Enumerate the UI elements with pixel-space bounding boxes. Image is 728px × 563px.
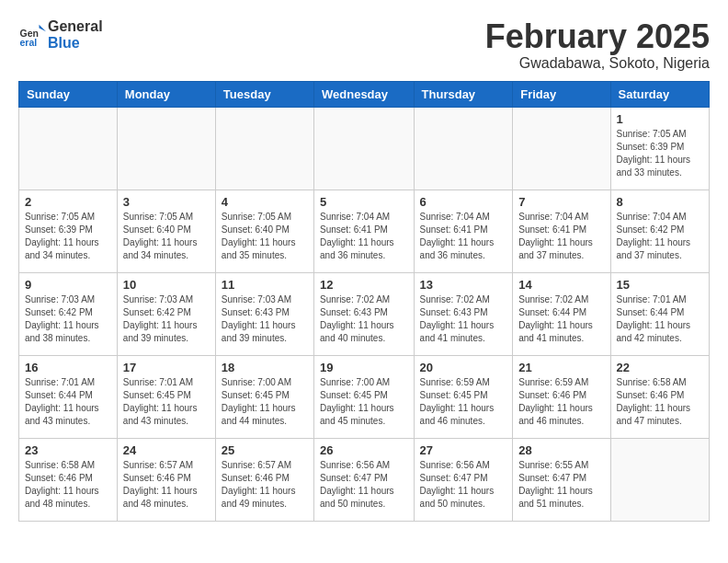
day-number: 25	[222, 443, 308, 457]
calendar-table: SundayMondayTuesdayWednesdayThursdayFrid…	[18, 81, 710, 522]
day-number: 21	[518, 361, 604, 374]
day-info: Sunrise: 7:05 AM Sunset: 6:40 PM Dayligh…	[222, 211, 308, 262]
day-info: Sunrise: 7:04 AM Sunset: 6:41 PM Dayligh…	[320, 211, 408, 262]
location-title: Gwadabawa, Sokoto, Nigeria	[485, 55, 710, 72]
day-number: 1	[617, 112, 703, 126]
day-info: Sunrise: 7:03 AM Sunset: 6:42 PM Dayligh…	[123, 293, 210, 345]
calendar-cell: 13Sunrise: 7:02 AM Sunset: 6:43 PM Dayli…	[414, 272, 513, 355]
day-info: Sunrise: 7:05 AM Sunset: 6:39 PM Dayligh…	[25, 211, 111, 262]
day-number: 4	[222, 195, 308, 209]
day-number: 22	[617, 361, 703, 374]
column-header-monday: Monday	[117, 81, 215, 107]
calendar-week-row: 16Sunrise: 7:01 AM Sunset: 6:44 PM Dayli…	[19, 355, 710, 438]
svg-marker-2	[40, 25, 47, 32]
calendar-cell: 20Sunrise: 6:59 AM Sunset: 6:45 PM Dayli…	[414, 355, 513, 438]
logo: Gen eral General Blue	[18, 18, 103, 52]
day-number: 12	[320, 278, 408, 292]
column-header-tuesday: Tuesday	[215, 81, 313, 107]
logo-text: General Blue	[48, 18, 103, 52]
header: Gen eral General Blue February 2025 Gwad…	[18, 18, 710, 72]
day-info: Sunrise: 6:59 AM Sunset: 6:45 PM Dayligh…	[420, 376, 507, 428]
day-number: 9	[25, 278, 111, 292]
day-info: Sunrise: 6:56 AM Sunset: 6:47 PM Dayligh…	[320, 459, 408, 511]
calendar-week-row: 23Sunrise: 6:58 AM Sunset: 6:46 PM Dayli…	[19, 438, 710, 521]
calendar-cell: 25Sunrise: 6:57 AM Sunset: 6:46 PM Dayli…	[215, 438, 313, 521]
calendar-cell: 9Sunrise: 7:03 AM Sunset: 6:42 PM Daylig…	[19, 272, 118, 355]
calendar-cell: 5Sunrise: 7:04 AM Sunset: 6:41 PM Daylig…	[314, 190, 415, 272]
calendar-cell: 7Sunrise: 7:04 AM Sunset: 6:41 PM Daylig…	[513, 190, 610, 272]
day-info: Sunrise: 7:00 AM Sunset: 6:45 PM Dayligh…	[222, 376, 308, 428]
calendar-cell: 10Sunrise: 7:03 AM Sunset: 6:42 PM Dayli…	[117, 272, 215, 355]
day-number: 27	[420, 443, 507, 457]
calendar-cell: 21Sunrise: 6:59 AM Sunset: 6:46 PM Dayli…	[513, 355, 610, 438]
day-number: 3	[123, 195, 210, 209]
column-header-saturday: Saturday	[610, 81, 709, 107]
calendar-cell: 2Sunrise: 7:05 AM Sunset: 6:39 PM Daylig…	[19, 190, 118, 272]
logo-icon: Gen eral	[18, 21, 46, 49]
day-info: Sunrise: 6:58 AM Sunset: 6:46 PM Dayligh…	[25, 459, 111, 511]
day-number: 23	[25, 443, 111, 457]
calendar-cell	[215, 107, 313, 190]
title-area: February 2025 Gwadabawa, Sokoto, Nigeria	[485, 18, 710, 72]
day-info: Sunrise: 7:03 AM Sunset: 6:42 PM Dayligh…	[25, 293, 111, 345]
calendar-cell: 16Sunrise: 7:01 AM Sunset: 6:44 PM Dayli…	[19, 355, 118, 438]
day-number: 15	[617, 278, 703, 292]
calendar-cell	[610, 438, 709, 521]
calendar-cell: 1Sunrise: 7:05 AM Sunset: 6:39 PM Daylig…	[610, 107, 709, 190]
day-info: Sunrise: 7:04 AM Sunset: 6:41 PM Dayligh…	[518, 211, 604, 262]
day-number: 2	[25, 195, 111, 209]
calendar-cell: 26Sunrise: 6:56 AM Sunset: 6:47 PM Dayli…	[314, 438, 415, 521]
day-info: Sunrise: 6:58 AM Sunset: 6:46 PM Dayligh…	[617, 376, 703, 428]
calendar-cell	[513, 107, 610, 190]
calendar-cell	[117, 107, 215, 190]
calendar-cell: 4Sunrise: 7:05 AM Sunset: 6:40 PM Daylig…	[215, 190, 313, 272]
day-info: Sunrise: 7:01 AM Sunset: 6:44 PM Dayligh…	[617, 293, 703, 345]
day-number: 7	[518, 195, 604, 209]
day-info: Sunrise: 7:04 AM Sunset: 6:42 PM Dayligh…	[617, 211, 703, 262]
calendar-cell: 27Sunrise: 6:56 AM Sunset: 6:47 PM Dayli…	[414, 438, 513, 521]
day-number: 10	[123, 278, 210, 292]
calendar-cell: 15Sunrise: 7:01 AM Sunset: 6:44 PM Dayli…	[610, 272, 709, 355]
day-info: Sunrise: 7:02 AM Sunset: 6:44 PM Dayligh…	[518, 293, 604, 345]
day-number: 13	[420, 278, 507, 292]
calendar-cell	[314, 107, 415, 190]
day-info: Sunrise: 6:57 AM Sunset: 6:46 PM Dayligh…	[123, 459, 210, 511]
day-info: Sunrise: 7:02 AM Sunset: 6:43 PM Dayligh…	[420, 293, 507, 345]
calendar-week-row: 9Sunrise: 7:03 AM Sunset: 6:42 PM Daylig…	[19, 272, 710, 355]
day-number: 24	[123, 443, 210, 457]
day-info: Sunrise: 7:03 AM Sunset: 6:43 PM Dayligh…	[222, 293, 308, 345]
day-number: 19	[320, 361, 408, 374]
day-info: Sunrise: 7:01 AM Sunset: 6:45 PM Dayligh…	[123, 376, 210, 428]
day-info: Sunrise: 6:59 AM Sunset: 6:46 PM Dayligh…	[518, 376, 604, 428]
calendar-cell: 24Sunrise: 6:57 AM Sunset: 6:46 PM Dayli…	[117, 438, 215, 521]
day-number: 18	[222, 361, 308, 374]
calendar-cell: 19Sunrise: 7:00 AM Sunset: 6:45 PM Dayli…	[314, 355, 415, 438]
day-number: 8	[617, 195, 703, 209]
day-info: Sunrise: 7:04 AM Sunset: 6:41 PM Dayligh…	[420, 211, 507, 262]
day-number: 14	[518, 278, 604, 292]
day-number: 16	[25, 361, 111, 374]
calendar-cell: 6Sunrise: 7:04 AM Sunset: 6:41 PM Daylig…	[414, 190, 513, 272]
calendar-cell: 23Sunrise: 6:58 AM Sunset: 6:46 PM Dayli…	[19, 438, 118, 521]
calendar-cell: 28Sunrise: 6:55 AM Sunset: 6:47 PM Dayli…	[513, 438, 610, 521]
day-info: Sunrise: 7:01 AM Sunset: 6:44 PM Dayligh…	[25, 376, 111, 428]
column-header-wednesday: Wednesday	[314, 81, 415, 107]
day-number: 26	[320, 443, 408, 457]
calendar-cell: 14Sunrise: 7:02 AM Sunset: 6:44 PM Dayli…	[513, 272, 610, 355]
day-number: 17	[123, 361, 210, 374]
calendar-cell: 11Sunrise: 7:03 AM Sunset: 6:43 PM Dayli…	[215, 272, 313, 355]
day-info: Sunrise: 6:57 AM Sunset: 6:46 PM Dayligh…	[222, 459, 308, 511]
day-info: Sunrise: 6:56 AM Sunset: 6:47 PM Dayligh…	[420, 459, 507, 511]
calendar-header-row: SundayMondayTuesdayWednesdayThursdayFrid…	[19, 81, 710, 107]
column-header-sunday: Sunday	[19, 81, 118, 107]
calendar-week-row: 1Sunrise: 7:05 AM Sunset: 6:39 PM Daylig…	[19, 107, 710, 190]
day-info: Sunrise: 6:55 AM Sunset: 6:47 PM Dayligh…	[518, 459, 604, 511]
calendar-cell: 17Sunrise: 7:01 AM Sunset: 6:45 PM Dayli…	[117, 355, 215, 438]
day-info: Sunrise: 7:05 AM Sunset: 6:39 PM Dayligh…	[617, 128, 703, 179]
calendar-cell: 8Sunrise: 7:04 AM Sunset: 6:42 PM Daylig…	[610, 190, 709, 272]
day-number: 20	[420, 361, 507, 374]
svg-text:eral: eral	[20, 37, 38, 48]
day-info: Sunrise: 7:00 AM Sunset: 6:45 PM Dayligh…	[320, 376, 408, 428]
calendar-cell	[19, 107, 118, 190]
day-number: 28	[518, 443, 604, 457]
